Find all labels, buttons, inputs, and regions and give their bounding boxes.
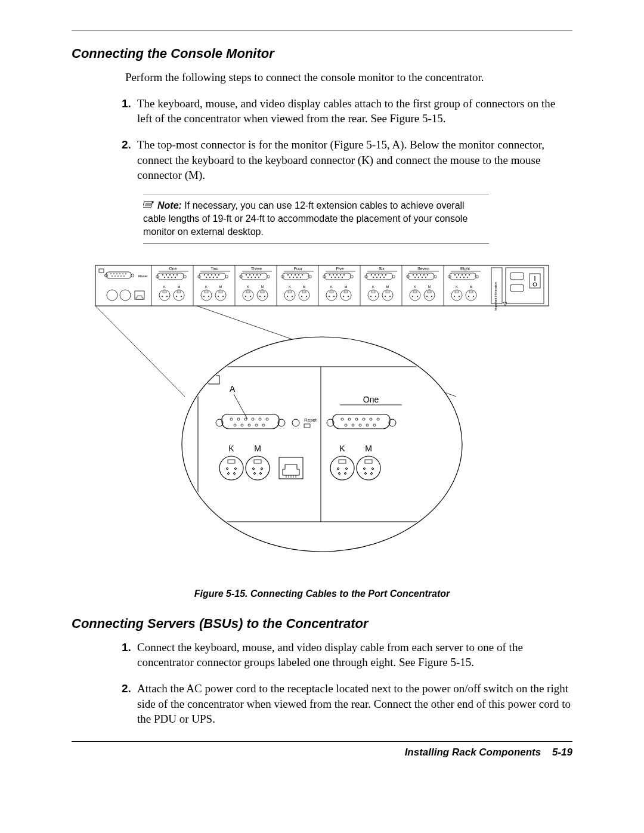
svg-point-148 xyxy=(383,277,384,277)
svg-point-192 xyxy=(460,277,460,277)
svg-rect-217 xyxy=(198,367,472,522)
port-label: Seven xyxy=(417,267,429,271)
svg-point-40 xyxy=(174,290,184,301)
svg-point-188 xyxy=(462,274,462,275)
step-number: 1. xyxy=(122,96,137,126)
svg-point-201 xyxy=(466,290,476,301)
svg-point-65 xyxy=(218,296,219,297)
svg-point-118 xyxy=(333,274,333,275)
svg-point-11 xyxy=(125,273,126,274)
svg-text:K: K xyxy=(163,285,166,289)
svg-point-180 xyxy=(426,296,428,297)
note-label: Note: xyxy=(157,200,182,210)
svg-point-143 xyxy=(382,274,382,275)
svg-point-153 xyxy=(370,296,371,297)
svg-point-123 xyxy=(335,277,335,277)
svg-point-121 xyxy=(343,274,344,275)
section-heading-1: Connecting the Console Monitor xyxy=(72,46,572,61)
svg-point-168 xyxy=(414,277,415,277)
svg-point-197 xyxy=(451,290,462,301)
svg-point-93 xyxy=(309,275,312,278)
svg-point-63 xyxy=(215,290,226,301)
svg-text:K: K xyxy=(372,285,374,289)
top-rule xyxy=(72,30,572,30)
svg-text:K: K xyxy=(289,285,291,289)
svg-point-7 xyxy=(113,273,114,274)
svg-point-76 xyxy=(247,277,248,277)
svg-point-116 xyxy=(351,275,354,278)
svg-point-33 xyxy=(175,277,175,277)
svg-point-186 xyxy=(454,274,455,275)
svg-point-43 xyxy=(181,296,182,297)
svg-point-36 xyxy=(159,290,170,301)
svg-point-124 xyxy=(338,277,339,277)
svg-text:M: M xyxy=(178,285,181,289)
svg-point-163 xyxy=(413,274,413,275)
svg-rect-37 xyxy=(163,291,166,293)
svg-point-185 xyxy=(476,275,479,278)
figure-caption: Figure 5-15. Connecting Cables to the Po… xyxy=(72,589,572,599)
svg-point-147 xyxy=(380,277,380,277)
step-number: 1. xyxy=(122,640,137,670)
svg-point-86 xyxy=(257,290,268,301)
svg-rect-198 xyxy=(455,291,459,293)
k-label-right: K xyxy=(339,444,345,453)
note-block: Note: If necessary, you can use 12-ft ex… xyxy=(143,194,489,244)
svg-text:M: M xyxy=(303,285,306,289)
svg-point-19 xyxy=(120,290,131,301)
svg-point-108 xyxy=(292,296,293,297)
svg-point-171 xyxy=(425,277,426,277)
svg-point-30 xyxy=(164,277,165,277)
section-heading-2: Connecting Servers (BSUs) to the Concent… xyxy=(72,616,572,631)
svg-point-181 xyxy=(431,296,432,297)
note-text: If necessary, you can use 12-ft extensio… xyxy=(143,200,467,237)
svg-point-42 xyxy=(176,296,177,297)
svg-point-105 xyxy=(284,290,295,301)
svg-marker-212 xyxy=(503,302,507,306)
svg-point-189 xyxy=(465,274,466,275)
svg-point-199 xyxy=(454,296,455,297)
svg-point-154 xyxy=(375,296,376,297)
svg-point-144 xyxy=(385,274,386,275)
svg-point-98 xyxy=(302,274,302,275)
svg-point-211 xyxy=(533,283,537,286)
svg-point-135 xyxy=(348,296,349,297)
svg-point-6 xyxy=(110,273,112,274)
svg-point-71 xyxy=(246,274,246,275)
svg-text:M: M xyxy=(386,285,389,289)
port-label: One xyxy=(169,267,177,271)
svg-point-49 xyxy=(208,274,208,275)
svg-point-26 xyxy=(166,274,166,275)
steps-list-1: 1. The keyboard, mouse, and video displa… xyxy=(125,96,572,183)
svg-point-75 xyxy=(260,274,261,275)
svg-point-52 xyxy=(218,274,219,275)
svg-point-99 xyxy=(289,277,290,277)
page-footer: Installing Rack Components 5-19 xyxy=(72,747,572,758)
svg-point-107 xyxy=(287,296,288,297)
svg-point-8 xyxy=(116,273,117,274)
port-label: Eight xyxy=(460,267,470,271)
svg-rect-60 xyxy=(205,291,208,293)
svg-point-191 xyxy=(456,277,457,277)
svg-line-213 xyxy=(95,306,185,397)
note-icon xyxy=(143,200,155,213)
svg-point-66 xyxy=(222,296,224,297)
step-text: Attach the AC power cord to the receptac… xyxy=(137,681,572,727)
svg-point-48 xyxy=(204,274,205,275)
step-text: The top-most connector is for the monito… xyxy=(137,137,572,183)
svg-point-117 xyxy=(329,274,330,275)
svg-rect-20 xyxy=(135,291,144,299)
step-1-2: 2. The top-most connector is for the mon… xyxy=(125,137,572,183)
svg-point-145 xyxy=(373,277,373,277)
svg-text:M: M xyxy=(219,285,222,289)
svg-point-84 xyxy=(245,296,246,297)
svg-point-167 xyxy=(427,274,428,275)
svg-point-72 xyxy=(249,274,250,275)
svg-point-141 xyxy=(374,274,375,275)
svg-point-139 xyxy=(392,275,395,278)
svg-point-51 xyxy=(215,274,215,275)
svg-point-59 xyxy=(201,290,212,301)
svg-point-73 xyxy=(253,274,253,275)
svg-point-9 xyxy=(119,273,120,274)
svg-point-155 xyxy=(382,290,393,301)
